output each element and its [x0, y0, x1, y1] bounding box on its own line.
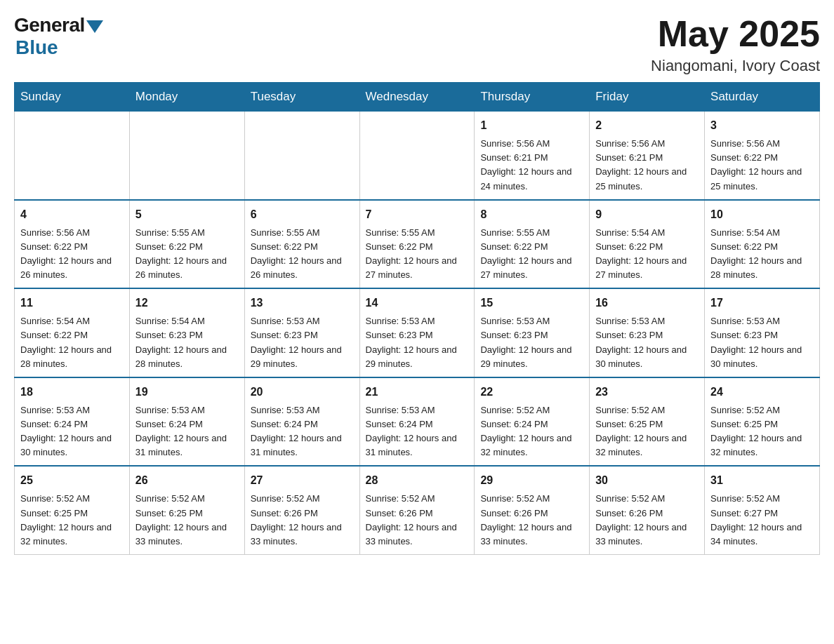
calendar-header-friday: Friday: [590, 83, 705, 112]
day-number: 4: [20, 206, 124, 223]
day-number: 20: [251, 384, 354, 401]
day-info: Sunrise: 5:54 AM Sunset: 6:23 PM Dayligh…: [135, 314, 239, 371]
day-info: Sunrise: 5:54 AM Sunset: 6:22 PM Dayligh…: [710, 226, 814, 283]
day-number: 5: [135, 206, 239, 223]
day-number: 1: [480, 117, 583, 134]
day-info: Sunrise: 5:53 AM Sunset: 6:24 PM Dayligh…: [251, 403, 354, 460]
calendar-header-thursday: Thursday: [475, 83, 590, 112]
calendar-cell: 24Sunrise: 5:52 AM Sunset: 6:25 PM Dayli…: [705, 377, 820, 467]
calendar-week-row: 18Sunrise: 5:53 AM Sunset: 6:24 PM Dayli…: [15, 377, 820, 467]
calendar-cell: [359, 112, 475, 200]
title-section: May 2025 Niangomani, Ivory Coast: [651, 14, 820, 75]
calendar-cell: 27Sunrise: 5:52 AM Sunset: 6:26 PM Dayli…: [244, 466, 359, 554]
day-info: Sunrise: 5:53 AM Sunset: 6:24 PM Dayligh…: [20, 403, 124, 460]
location-text: Niangomani, Ivory Coast: [651, 57, 820, 75]
calendar-cell: 10Sunrise: 5:54 AM Sunset: 6:22 PM Dayli…: [705, 200, 820, 289]
day-info: Sunrise: 5:52 AM Sunset: 6:26 PM Dayligh…: [251, 492, 354, 549]
calendar-cell: 19Sunrise: 5:53 AM Sunset: 6:24 PM Dayli…: [129, 377, 244, 467]
logo-blue-text: Blue: [15, 36, 58, 59]
day-number: 14: [366, 295, 469, 311]
logo-general-text: General: [14, 14, 85, 36]
day-info: Sunrise: 5:56 AM Sunset: 6:21 PM Dayligh…: [595, 137, 699, 194]
calendar-header-saturday: Saturday: [705, 83, 820, 112]
day-number: 3: [710, 117, 814, 134]
day-info: Sunrise: 5:53 AM Sunset: 6:24 PM Dayligh…: [366, 403, 469, 460]
day-info: Sunrise: 5:56 AM Sunset: 6:21 PM Dayligh…: [480, 137, 583, 194]
day-number: 22: [480, 384, 583, 401]
calendar-cell: [244, 112, 359, 200]
calendar-cell: 6Sunrise: 5:55 AM Sunset: 6:22 PM Daylig…: [244, 200, 359, 289]
calendar-header-tuesday: Tuesday: [244, 83, 359, 112]
calendar-cell: [129, 112, 244, 200]
calendar-cell: [15, 112, 130, 200]
day-info: Sunrise: 5:52 AM Sunset: 6:26 PM Dayligh…: [366, 492, 469, 549]
day-info: Sunrise: 5:55 AM Sunset: 6:22 PM Dayligh…: [480, 226, 583, 283]
logo: General Blue: [14, 14, 103, 59]
calendar-cell: 3Sunrise: 5:56 AM Sunset: 6:22 PM Daylig…: [705, 112, 820, 200]
calendar-cell: 23Sunrise: 5:52 AM Sunset: 6:25 PM Dayli…: [590, 377, 705, 467]
calendar-week-row: 25Sunrise: 5:52 AM Sunset: 6:25 PM Dayli…: [15, 466, 820, 554]
day-info: Sunrise: 5:56 AM Sunset: 6:22 PM Dayligh…: [20, 226, 124, 283]
calendar-cell: 31Sunrise: 5:52 AM Sunset: 6:27 PM Dayli…: [705, 466, 820, 554]
day-number: 2: [595, 117, 699, 134]
calendar-cell: 15Sunrise: 5:53 AM Sunset: 6:23 PM Dayli…: [475, 288, 590, 377]
day-number: 10: [710, 206, 814, 223]
calendar-cell: 29Sunrise: 5:52 AM Sunset: 6:26 PM Dayli…: [475, 466, 590, 554]
month-title: May 2025: [651, 14, 820, 54]
calendar-cell: 1Sunrise: 5:56 AM Sunset: 6:21 PM Daylig…: [475, 112, 590, 200]
day-number: 15: [480, 295, 583, 311]
calendar-cell: 13Sunrise: 5:53 AM Sunset: 6:23 PM Dayli…: [244, 288, 359, 377]
calendar-cell: 14Sunrise: 5:53 AM Sunset: 6:23 PM Dayli…: [359, 288, 475, 377]
calendar-cell: 2Sunrise: 5:56 AM Sunset: 6:21 PM Daylig…: [590, 112, 705, 200]
logo-arrow-icon: [86, 20, 103, 33]
day-number: 30: [595, 472, 699, 489]
day-info: Sunrise: 5:53 AM Sunset: 6:23 PM Dayligh…: [480, 314, 583, 371]
day-info: Sunrise: 5:52 AM Sunset: 6:27 PM Dayligh…: [710, 492, 814, 549]
day-number: 27: [251, 472, 354, 489]
calendar-table: SundayMondayTuesdayWednesdayThursdayFrid…: [14, 82, 820, 555]
day-number: 25: [20, 472, 124, 489]
calendar-cell: 28Sunrise: 5:52 AM Sunset: 6:26 PM Dayli…: [359, 466, 475, 554]
calendar-week-row: 1Sunrise: 5:56 AM Sunset: 6:21 PM Daylig…: [15, 112, 820, 200]
day-info: Sunrise: 5:56 AM Sunset: 6:22 PM Dayligh…: [710, 137, 814, 194]
day-info: Sunrise: 5:52 AM Sunset: 6:25 PM Dayligh…: [595, 403, 699, 460]
day-number: 12: [135, 295, 239, 311]
day-number: 19: [135, 384, 239, 401]
day-info: Sunrise: 5:53 AM Sunset: 6:23 PM Dayligh…: [366, 314, 469, 371]
day-number: 16: [595, 295, 699, 311]
day-number: 31: [710, 472, 814, 489]
day-info: Sunrise: 5:53 AM Sunset: 6:23 PM Dayligh…: [710, 314, 814, 371]
day-number: 26: [135, 472, 239, 489]
calendar-cell: 11Sunrise: 5:54 AM Sunset: 6:22 PM Dayli…: [15, 288, 130, 377]
day-number: 7: [366, 206, 469, 223]
calendar-header-wednesday: Wednesday: [359, 83, 475, 112]
day-number: 9: [595, 206, 699, 223]
calendar-header-row: SundayMondayTuesdayWednesdayThursdayFrid…: [15, 83, 820, 112]
calendar-cell: 17Sunrise: 5:53 AM Sunset: 6:23 PM Dayli…: [705, 288, 820, 377]
day-number: 23: [595, 384, 699, 401]
day-info: Sunrise: 5:53 AM Sunset: 6:23 PM Dayligh…: [595, 314, 699, 371]
day-info: Sunrise: 5:54 AM Sunset: 6:22 PM Dayligh…: [595, 226, 699, 283]
day-number: 18: [20, 384, 124, 401]
calendar-cell: 26Sunrise: 5:52 AM Sunset: 6:25 PM Dayli…: [129, 466, 244, 554]
page-header: General Blue May 2025 Niangomani, Ivory …: [14, 14, 820, 75]
day-info: Sunrise: 5:53 AM Sunset: 6:24 PM Dayligh…: [135, 403, 239, 460]
day-number: 17: [710, 295, 814, 311]
day-number: 29: [480, 472, 583, 489]
calendar-cell: 4Sunrise: 5:56 AM Sunset: 6:22 PM Daylig…: [15, 200, 130, 289]
calendar-cell: 30Sunrise: 5:52 AM Sunset: 6:26 PM Dayli…: [590, 466, 705, 554]
calendar-cell: 22Sunrise: 5:52 AM Sunset: 6:24 PM Dayli…: [475, 377, 590, 467]
day-info: Sunrise: 5:52 AM Sunset: 6:26 PM Dayligh…: [480, 492, 583, 549]
calendar-week-row: 11Sunrise: 5:54 AM Sunset: 6:22 PM Dayli…: [15, 288, 820, 377]
day-info: Sunrise: 5:53 AM Sunset: 6:23 PM Dayligh…: [251, 314, 354, 371]
day-info: Sunrise: 5:52 AM Sunset: 6:24 PM Dayligh…: [480, 403, 583, 460]
calendar-cell: 8Sunrise: 5:55 AM Sunset: 6:22 PM Daylig…: [475, 200, 590, 289]
calendar-cell: 9Sunrise: 5:54 AM Sunset: 6:22 PM Daylig…: [590, 200, 705, 289]
calendar-week-row: 4Sunrise: 5:56 AM Sunset: 6:22 PM Daylig…: [15, 200, 820, 289]
calendar-cell: 21Sunrise: 5:53 AM Sunset: 6:24 PM Dayli…: [359, 377, 475, 467]
day-info: Sunrise: 5:55 AM Sunset: 6:22 PM Dayligh…: [251, 226, 354, 283]
day-number: 6: [251, 206, 354, 223]
day-number: 8: [480, 206, 583, 223]
calendar-cell: 7Sunrise: 5:55 AM Sunset: 6:22 PM Daylig…: [359, 200, 475, 289]
day-number: 13: [251, 295, 354, 311]
